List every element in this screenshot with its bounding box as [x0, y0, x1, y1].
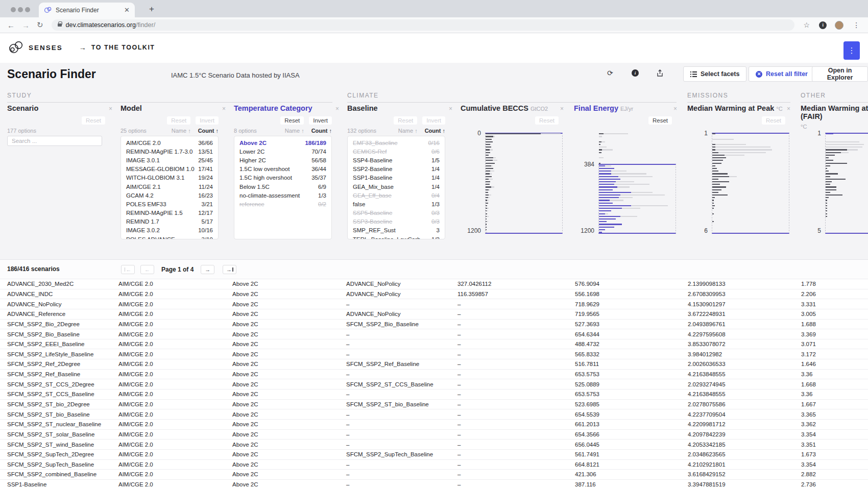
table-row[interactable]: SFCM_SSP2_Bio_BaselineAIM/CGE 2.0Above 2… — [0, 329, 868, 339]
table-row[interactable]: SFCM_SSP2_ST_CCS_BaselineAIM/CGE 2.0Abov… — [0, 389, 868, 399]
next-page-button[interactable]: → — [201, 265, 214, 274]
facet-option-row[interactable]: GCAM 4.216/23 — [121, 191, 218, 200]
facet-close-icon[interactable]: × — [560, 105, 564, 112]
sort-by-name[interactable]: Name ↑ — [398, 128, 418, 134]
facet-option-row[interactable]: AIM/CGE 2.036/66 — [121, 138, 218, 147]
table-row[interactable]: SSP1-BaselineAIM/CGE 2.0Above 2C––387.11… — [0, 479, 868, 488]
table-row[interactable]: SFCM_SSP2_ST_nuclear_BaselineAIM/CGE 2.0… — [0, 419, 868, 429]
facet-option-row[interactable]: reference0/2 — [234, 200, 331, 208]
facet-search-input[interactable] — [7, 136, 102, 146]
new-tab-button[interactable]: + — [149, 4, 154, 14]
back-icon[interactable]: ← — [7, 21, 15, 30]
sort-by-count[interactable]: Count ↑ — [425, 128, 445, 134]
facet-option-row[interactable]: POLES ADVANCE3/10 — [121, 235, 218, 239]
facet-option-row[interactable]: false1/3 — [348, 200, 445, 208]
sort-by-count[interactable]: Count ↑ — [198, 128, 219, 134]
previous-page-button[interactable]: ← — [140, 265, 154, 274]
facet-option-row[interactable]: SSP2-Baseline1/4 — [348, 165, 445, 174]
profile-avatar[interactable] — [835, 21, 843, 30]
histogram-plot[interactable] — [825, 133, 868, 234]
table-row[interactable]: SFCM_SSP2_ST_wind_BaselineAIM/CGE 2.0Abo… — [0, 439, 868, 449]
facet-option-row[interactable]: Higher 2C56/58 — [234, 156, 331, 164]
facet-option-row[interactable]: no-climate-assessment1/3 — [234, 191, 331, 200]
table-row[interactable]: SFCM_SSP2_EEEI_BaselineAIM/CGE 2.0Above … — [0, 339, 868, 349]
forward-icon[interactable]: → — [22, 21, 30, 30]
extension-icon[interactable]: i — [819, 21, 827, 29]
last-page-button[interactable]: → — [223, 265, 236, 274]
app-menu-button[interactable]: ⋮ — [843, 41, 860, 60]
share-icon[interactable] — [656, 69, 664, 77]
facet-option-row[interactable]: SSP1-Baseline1/4 — [348, 174, 445, 182]
window-zoom-button[interactable] — [25, 7, 30, 12]
facet-option-row[interactable]: 1.5C low overshoot36/44 — [234, 165, 331, 174]
window-close-button[interactable] — [11, 7, 16, 12]
facet-close-icon[interactable]: × — [673, 105, 677, 112]
facet-close-icon[interactable]: × — [787, 105, 790, 112]
table-row[interactable]: SFCM_SSP2_ST_CCS_2DegreeAIM/CGE 2.0Above… — [0, 379, 868, 389]
facet-option-row[interactable]: AIM/CGE 2.111/24 — [121, 182, 218, 191]
table-row[interactable]: SFCM_SSP2_Ref_BaselineAIM/CGE 2.0Above 2… — [0, 369, 868, 379]
facet-close-icon[interactable]: × — [449, 105, 452, 112]
sort-by-name[interactable]: Name ↑ — [172, 128, 191, 134]
histogram-plot[interactable] — [598, 133, 676, 234]
bookmark-star-icon[interactable]: ☆ — [804, 21, 810, 29]
facet-option-row[interactable]: POLES EMF333/21 — [121, 200, 218, 208]
table-row[interactable]: SFCM_SSP2_ST_bio_2DegreeAIM/CGE 2.0Above… — [0, 399, 868, 409]
facet-close-icon[interactable]: × — [222, 105, 226, 112]
browser-tab[interactable]: Scenario Finder ✕ — [39, 3, 135, 17]
facet-option-row[interactable]: Lower 2C70/74 — [234, 147, 331, 156]
facet-option-row[interactable]: IMAGE 3.0.125/45 — [121, 156, 218, 164]
facet-option-row[interactable]: SSP4-Baseline1/5 — [348, 156, 445, 164]
facet-reset-button[interactable]: Reset — [648, 116, 672, 125]
facet-option-row[interactable]: Below 1.5C6/9 — [234, 182, 331, 191]
facet-option-row[interactable]: REMIND 1.75/17 — [121, 217, 218, 226]
facet-reset-button[interactable]: Reset — [280, 116, 304, 125]
reset-all-filter-button[interactable]: ✕ Reset all filter — [749, 66, 815, 82]
window-minimize-button[interactable] — [18, 7, 23, 12]
first-page-button[interactable]: ← — [121, 265, 135, 274]
facet-invert-button[interactable]: Invert — [309, 116, 332, 125]
select-facets-button[interactable]: Select facets — [683, 66, 746, 82]
facet-option-row[interactable]: 1.5C high overshoot35/37 — [234, 174, 331, 182]
table-row[interactable]: SFCM_SSP2_Bio_2DegreeAIM/CGE 2.0Above 2C… — [0, 319, 868, 329]
facet-option-row[interactable]: WITCH-GLOBIOM 3.119/24 — [121, 174, 218, 182]
facet-option-row[interactable]: CEMICS-Ref0/6 — [348, 147, 445, 156]
facet-close-icon[interactable]: × — [335, 105, 339, 112]
table-row[interactable]: SFCM_SSP2_ST_solar_BaselineAIM/CGE 2.0Ab… — [0, 429, 868, 440]
open-in-explorer-button[interactable]: Open in Explorer — [812, 66, 868, 82]
table-row[interactable]: SFCM_SSP2_SupTech_BaselineAIM/CGE 2.0Abo… — [0, 459, 868, 470]
reload-icon[interactable]: ↻ — [37, 20, 43, 30]
info-icon[interactable]: i — [632, 69, 639, 77]
table-row[interactable]: SFCM_SSP2_ST_bio_BaselineAIM/CGE 2.0Abov… — [0, 409, 868, 419]
sort-by-name[interactable]: Name ↑ — [285, 128, 304, 134]
sort-by-count[interactable]: Count ↑ — [311, 128, 332, 134]
histogram-plot[interactable] — [485, 133, 563, 234]
facet-option-row[interactable]: MESSAGE-GLOBIOM 1.017/41 — [121, 165, 218, 174]
facet-option-row[interactable]: GEA_Eff_base0/4 — [348, 191, 445, 200]
histogram-brush[interactable] — [485, 133, 563, 234]
facet-option-row[interactable]: SMP_REF_Sust3 — [348, 226, 445, 235]
facet-option-row[interactable]: IMAGE 3.0.210/16 — [121, 226, 218, 235]
facet-option-row[interactable]: SSP3-Baseline0/3 — [348, 217, 445, 226]
browser-menu-icon[interactable]: ⋮ — [853, 21, 860, 29]
table-row[interactable]: ADVANCE_NoPolicyAIM/CGE 2.0Above 2C––718… — [0, 299, 868, 309]
sync-icon[interactable]: ⟳ — [607, 69, 613, 77]
facet-option-row[interactable]: EMF33_Baseline0/16 — [348, 138, 445, 147]
facet-close-icon[interactable]: × — [109, 105, 112, 112]
toolkit-link[interactable]: TO THE TOOLKIT — [91, 44, 155, 51]
facet-option-row[interactable]: REMIND-MAgPIE 1.512/17 — [121, 209, 218, 217]
table-row[interactable]: ADVANCE_INDCAIM/CGE 2.0Above 2CADVANCE_N… — [0, 289, 868, 299]
table-row[interactable]: ADVANCE_ReferenceAIM/CGE 2.0Above 2CADVA… — [0, 309, 868, 319]
table-row[interactable]: SFCM_SSP2_combined_BaselineAIM/CGE 2.0Ab… — [0, 469, 868, 479]
facet-option-row[interactable]: SSP5-Baseline0/3 — [348, 209, 445, 217]
histogram-plot[interactable] — [712, 133, 789, 234]
table-row[interactable]: SFCM_SSP2_Ref_2DegreeAIM/CGE 2.0Above 2C… — [0, 359, 868, 369]
facet-option-row[interactable]: REMIND-MAgPIE 1.7-3.013/51 — [121, 147, 218, 156]
address-bar[interactable]: dev.climatescenarios.org/finder/ — [52, 19, 794, 31]
table-row[interactable]: SFCM_SSP2_LifeStyle_BaselineAIM/CGE 2.0A… — [0, 349, 868, 359]
facet-option-row[interactable]: TERL_Baseline_LowCarb1/2 — [348, 235, 445, 239]
facet-option-row[interactable]: Above 2C186/189 — [234, 138, 331, 147]
facet-option-row[interactable]: GEA_Mix_base1/4 — [348, 182, 445, 191]
table-row[interactable]: SFCM_SSP2_SupTech_2DegreeAIM/CGE 2.0Abov… — [0, 449, 868, 459]
histogram-brush[interactable] — [712, 133, 789, 234]
